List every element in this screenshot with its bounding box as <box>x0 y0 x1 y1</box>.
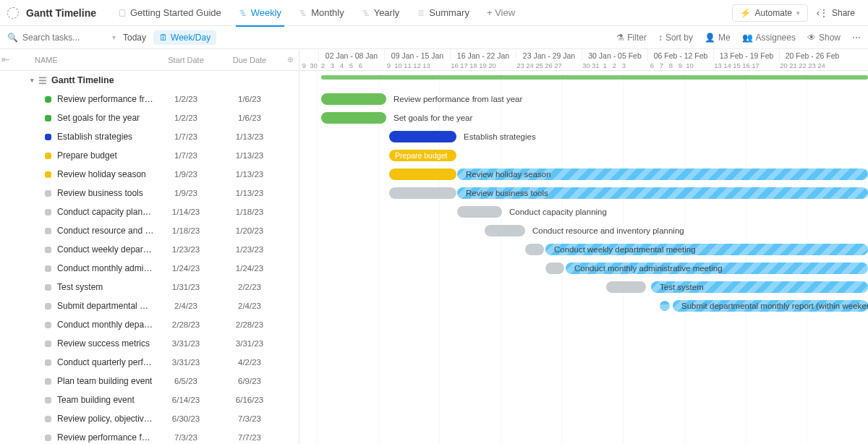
due-date[interactable]: 1/18/23 <box>218 208 281 216</box>
due-date[interactable]: 6/16/23 <box>218 396 281 404</box>
tab-weekly[interactable]: Weekly <box>231 0 289 26</box>
collapse-sidebar-icon[interactable]: ⇤ <box>1 54 10 65</box>
task-row[interactable]: Review policy, objectives, and busi...6/… <box>0 409 299 428</box>
gantt-bar[interactable] <box>321 112 386 124</box>
start-date[interactable]: 1/23/23 <box>154 245 218 254</box>
due-date[interactable]: 1/20/23 <box>218 226 281 235</box>
task-row[interactable]: Set goals for the year1/2/231/6/23 <box>0 108 299 127</box>
gantt-bar[interactable] <box>485 225 525 236</box>
start-date[interactable]: 6/14/23 <box>154 396 218 404</box>
gantt-bar[interactable] <box>545 262 564 274</box>
add-view-button[interactable]: + View <box>480 0 522 26</box>
due-date[interactable]: 2/28/23 <box>218 320 281 329</box>
add-column-button[interactable]: ⊕ <box>281 55 299 64</box>
due-date[interactable]: 4/2/23 <box>218 358 281 367</box>
task-row[interactable]: Review holiday season1/9/231/13/23 <box>0 165 299 184</box>
start-date[interactable]: 1/14/23 <box>154 208 218 216</box>
gantt-panel[interactable]: 02 Jan - 08 Jan09 Jan - 15 Jan16 Jan - 2… <box>299 49 868 444</box>
task-row[interactable]: Establish strategies1/7/231/13/23 <box>0 127 299 146</box>
assignees-button[interactable]: 👥Assignees <box>742 33 796 43</box>
start-date[interactable]: 6/5/23 <box>154 377 218 385</box>
gantt-bar[interactable] <box>321 93 386 105</box>
task-row[interactable]: Review success metrics3/31/233/31/23 <box>0 334 299 353</box>
today-button[interactable]: Today <box>123 33 146 43</box>
task-row[interactable]: Team building event6/14/236/16/23 <box>0 390 299 409</box>
start-date[interactable]: 1/2/23 <box>154 95 218 103</box>
task-row[interactable]: Review performance for the last 6 ...7/3… <box>0 428 299 444</box>
summary-bar[interactable] <box>321 75 868 80</box>
task-row[interactable]: Conduct monthly administrative m...1/24/… <box>0 259 299 278</box>
search-input[interactable] <box>22 33 95 43</box>
tab-monthly[interactable]: Monthly <box>292 0 352 26</box>
due-date[interactable]: 1/13/23 <box>218 170 281 179</box>
start-date[interactable]: 7/3/23 <box>154 433 218 442</box>
column-start-header[interactable]: Start Date <box>154 56 218 64</box>
timescale-chip[interactable]: 🗓 Week/Day <box>153 30 216 45</box>
tab-summary[interactable]: Summary <box>409 0 477 26</box>
task-row[interactable]: Test system1/31/232/2/23 <box>0 278 299 296</box>
task-row[interactable]: Conduct resource and inventory pl...1/18… <box>0 221 299 240</box>
caret-icon[interactable]: ▾ <box>30 77 34 84</box>
me-button[interactable]: 👤Me <box>705 33 731 43</box>
tab-yearly[interactable]: Yearly <box>354 0 407 26</box>
task-row[interactable]: Plan team building event6/5/236/9/23 <box>0 372 299 390</box>
gantt-bar[interactable] <box>525 244 544 255</box>
due-date[interactable]: 1/6/23 <box>218 114 281 122</box>
start-date[interactable]: 1/31/23 <box>154 283 218 291</box>
filter-button[interactable]: ⚗Filter <box>616 33 647 43</box>
gantt-bar[interactable] <box>457 206 502 218</box>
gantt-bar[interactable] <box>389 187 456 199</box>
due-date[interactable]: 1/24/23 <box>218 264 281 273</box>
due-date[interactable]: 7/7/23 <box>218 433 281 442</box>
due-date[interactable]: 1/13/23 <box>218 189 281 197</box>
automate-button[interactable]: ⚡ Automate ▾ <box>732 4 808 22</box>
due-date[interactable]: 1/23/23 <box>218 245 281 254</box>
gantt-bar[interactable] <box>389 131 456 142</box>
task-row[interactable]: Conduct monthly departmental m...2/28/23… <box>0 315 299 334</box>
start-date[interactable]: 6/30/23 <box>154 414 218 423</box>
start-date[interactable]: 1/18/23 <box>154 226 218 235</box>
due-date[interactable]: 3/31/23 <box>218 339 281 348</box>
task-row[interactable]: Conduct quarterly performance m...3/31/2… <box>0 353 299 372</box>
svg-rect-1 <box>239 10 243 12</box>
task-name: Conduct weekly departmental me... <box>57 244 154 255</box>
due-date[interactable]: 1/13/23 <box>218 151 281 160</box>
start-date[interactable]: 3/31/23 <box>154 358 218 367</box>
due-date[interactable]: 1/13/23 <box>218 132 281 141</box>
start-date[interactable]: 1/9/23 <box>154 170 218 179</box>
day-header: 13 <box>713 61 723 70</box>
start-date[interactable]: 3/31/23 <box>154 339 218 348</box>
task-row[interactable]: Prepare budget1/7/231/13/23 <box>0 146 299 165</box>
due-date[interactable]: 2/2/23 <box>218 283 281 291</box>
more-button[interactable]: ⋯ <box>852 33 861 43</box>
gantt-bar[interactable] <box>606 281 646 293</box>
search-box[interactable]: 🔍 ▾ <box>7 33 116 43</box>
column-name-header[interactable]: NAME <box>0 56 154 64</box>
start-date[interactable]: 2/28/23 <box>154 320 218 329</box>
column-due-header[interactable]: Due Date <box>218 56 281 64</box>
chevron-down-icon[interactable]: ▾ <box>112 33 116 41</box>
task-row[interactable]: Review business tools1/9/231/13/23 <box>0 184 299 202</box>
start-date[interactable]: 2/4/23 <box>154 302 218 310</box>
start-date[interactable]: 1/2/23 <box>154 114 218 122</box>
group-title[interactable]: Gantt Timeline <box>51 75 114 85</box>
due-date[interactable]: 6/9/23 <box>218 377 281 385</box>
task-row[interactable]: Submit departmental monthly re...2/4/232… <box>0 296 299 315</box>
gantt-bar[interactable] <box>389 168 456 180</box>
start-date[interactable]: 1/9/23 <box>154 189 218 197</box>
share-button[interactable]: ‹⋮ Share <box>811 5 861 21</box>
due-date[interactable]: 2/4/23 <box>218 302 281 310</box>
start-date[interactable]: 1/7/23 <box>154 151 218 160</box>
due-date[interactable]: 1/6/23 <box>218 95 281 103</box>
show-button[interactable]: 👁Show <box>807 33 841 43</box>
sort-button[interactable]: ↕Sort by <box>658 33 693 43</box>
due-date[interactable]: 7/3/23 <box>218 414 281 423</box>
task-row[interactable]: Conduct weekly departmental me...1/23/23… <box>0 240 299 259</box>
task-row[interactable]: Review performance from last year1/2/231… <box>0 90 299 108</box>
task-row[interactable]: Conduct capacity planning1/14/231/18/23 <box>0 202 299 221</box>
milestone[interactable] <box>658 299 672 313</box>
tab-getting-started[interactable]: Getting Started Guide <box>111 0 229 26</box>
start-date[interactable]: 1/7/23 <box>154 132 218 141</box>
start-date[interactable]: 1/24/23 <box>154 264 218 273</box>
day-header <box>441 61 450 70</box>
